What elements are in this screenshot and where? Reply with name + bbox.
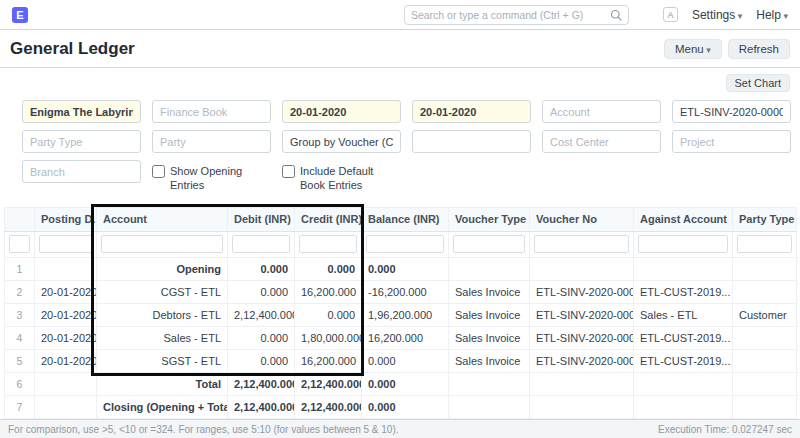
cell-posting-date [35,372,97,395]
filter-cell-voucher-type [449,231,530,257]
show-opening-entries-option[interactable]: Show Opening Entries [152,160,271,193]
status-bar: For comparison, use >5, <10 or =324. For… [0,419,800,438]
table-header-row: Posting D... Account Debit (INR) Credit … [5,207,797,231]
cell-posting-date: 20-01-2020 [35,280,97,303]
cell-voucher-type: Sales Invoice [449,326,530,349]
cell-account: Sales - ETL [97,326,228,349]
finance-book-filter[interactable] [152,100,271,123]
header-voucher-type[interactable]: Voucher Type [449,207,530,231]
column-filter-account[interactable] [101,235,223,253]
table-row[interactable]: 7Closing (Opening + Total)2,12,400.0002,… [5,395,797,418]
cell-debit: 0.000 [228,257,295,280]
to-date-filter[interactable] [412,100,531,123]
company-filter[interactable] [22,100,141,123]
header-voucher-no[interactable]: Voucher No [530,207,634,231]
table-row[interactable]: 520-01-2020SGST - ETL0.00016,200.0000.00… [5,349,797,372]
voucher-no-filter[interactable] [672,100,791,123]
table-row[interactable]: 6Total2,12,400.0002,12,400.0000.000 [5,372,797,395]
app-logo[interactable]: E [12,7,28,23]
empty-filter[interactable] [412,130,531,153]
include-default-book-entries-option[interactable]: Include Default Book Entries [282,160,401,193]
cell-account: CGST - ETL [97,280,228,303]
filter-cell-debit [228,231,295,257]
table-row[interactable]: 320-01-2020Debtors - ETL2,12,400.0000.00… [5,303,797,326]
set-chart-button[interactable]: Set Chart [726,74,790,92]
from-date-filter[interactable] [282,100,401,123]
table-filter-row [5,231,797,257]
cell-credit: 0.000 [295,257,362,280]
help-menu[interactable]: Help [756,8,788,22]
show-opening-entries-label: Show Opening Entries [170,164,271,193]
cell-balance: 0.000 [362,349,449,372]
cell-party-type [733,257,797,280]
include-default-book-entries-checkbox[interactable] [282,165,295,178]
header-debit[interactable]: Debit (INR) [228,207,295,231]
party-filter[interactable] [152,130,271,153]
header-balance[interactable]: Balance (INR) [362,207,449,231]
row-index: 1 [5,257,35,280]
column-filter-against-account[interactable] [638,235,728,253]
cell-against-account: Sales - ETL [634,303,733,326]
filter-cell-balance [362,231,449,257]
cell-balance: 0.000 [362,395,449,418]
column-filter-credit[interactable] [299,235,357,253]
table-row[interactable]: 1Opening0.0000.0000.000 [5,257,797,280]
cell-debit: 0.000 [228,326,295,349]
execution-time: Execution Time: 0.027247 sec [658,424,792,435]
cell-balance: 1,96,200.000 [362,303,449,326]
global-search[interactable] [404,5,629,25]
column-filter-voucher-type[interactable] [453,235,525,253]
cell-party-type [733,349,797,372]
report-table-wrapper: Posting D... Account Debit (INR) Credit … [4,207,796,419]
cell-account: SGST - ETL [97,349,228,372]
filter-cell-credit [295,231,362,257]
show-opening-entries-checkbox[interactable] [152,165,165,178]
cell-voucher-no [530,395,634,418]
cell-debit: 2,12,400.000 [228,303,295,326]
column-filter-posting-date[interactable] [39,235,92,253]
cell-posting-date: 20-01-2020 [35,303,97,326]
cell-credit: 16,200.000 [295,349,362,372]
project-filter[interactable] [672,130,791,153]
party-type-filter[interactable] [22,130,141,153]
table-row[interactable]: 420-01-2020Sales - ETL0.0001,80,000.0001… [5,326,797,349]
cell-posting-date: 20-01-2020 [35,326,97,349]
menu-button[interactable]: Menu [664,39,722,59]
report-toolbar: Set Chart [0,68,800,94]
group-by-filter[interactable] [282,130,401,153]
row-index: 5 [5,349,35,372]
navbar: E A Settings Help [0,0,800,30]
header-posting-date[interactable]: Posting D... [35,207,97,231]
cell-posting-date [35,257,97,280]
search-input[interactable] [411,9,606,21]
filter-section: Show Opening Entries Include Default Boo… [0,94,800,201]
cell-debit: 2,12,400.000 [228,372,295,395]
table-row[interactable]: 220-01-2020CGST - ETL0.00016,200.000-16,… [5,280,797,303]
header-account[interactable]: Account [97,207,228,231]
account-filter[interactable] [542,100,661,123]
header-against-account[interactable]: Against Account [634,207,733,231]
settings-menu[interactable]: Settings [692,8,742,22]
column-filter-voucher-no[interactable] [534,235,629,253]
column-filter-party-type[interactable] [737,235,792,253]
column-filter-balance[interactable] [366,235,444,253]
filter-cell-account [97,231,228,257]
column-filter-index[interactable] [9,235,30,253]
cell-against-account: ETL-CUST-2019... [634,280,733,303]
cell-credit: 16,200.000 [295,280,362,303]
branch-filter[interactable] [22,160,141,183]
filter-cell-against-account [634,231,733,257]
header-credit[interactable]: Credit (INR) [295,207,362,231]
header-party-type[interactable]: Party Type [733,207,797,231]
cell-voucher-type [449,257,530,280]
cell-balance: 0.000 [362,372,449,395]
refresh-button[interactable]: Refresh [728,39,790,59]
column-filter-debit[interactable] [232,235,290,253]
cell-against-account [634,257,733,280]
cell-debit: 0.000 [228,349,295,372]
cell-voucher-no: ETL-SINV-2020-00001 [530,349,634,372]
cost-center-filter[interactable] [542,130,661,153]
row-index: 3 [5,303,35,326]
user-avatar[interactable]: A [663,7,678,22]
cell-balance: 16,200.000 [362,326,449,349]
